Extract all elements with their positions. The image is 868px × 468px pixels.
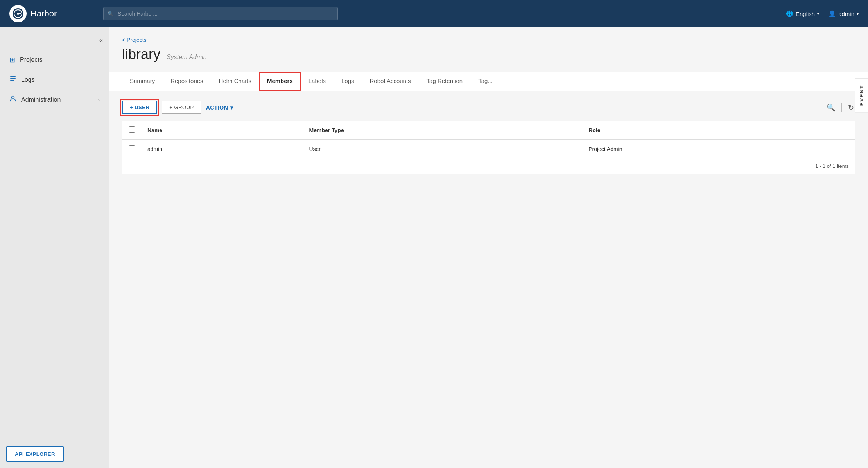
sidebar-item-label: Logs [21, 76, 35, 83]
tab-robot-accounts[interactable]: Robot Accounts [362, 72, 419, 91]
search-input[interactable] [103, 7, 338, 20]
user-name: admin [838, 11, 854, 17]
user-icon: 👤 [829, 10, 836, 17]
api-explorer-button[interactable]: API EXPLORER [6, 446, 64, 462]
user-menu[interactable]: 👤 admin ▾ [829, 10, 859, 17]
projects-icon: ⊞ [9, 56, 15, 64]
sidebar-item-label: Administration [21, 96, 61, 103]
language-selector[interactable]: 🌐 English ▾ [786, 10, 819, 17]
svg-rect-5 [10, 80, 14, 81]
member-name: admin [141, 140, 303, 158]
main-content: < Projects library System Admin Summary … [109, 27, 868, 468]
tab-labels[interactable]: Labels [301, 72, 334, 91]
sidebar-collapse-section: « [0, 34, 109, 50]
chevron-down-icon: ▾ [857, 12, 859, 16]
members-table: Name Member Type Role admin User Project… [122, 121, 855, 158]
page-title-row: library System Admin [122, 46, 855, 63]
app-logo[interactable]: Harbor [9, 5, 88, 22]
search-button[interactable]: 🔍 [825, 102, 837, 113]
sidebar-item-administration[interactable]: Administration › [0, 90, 109, 110]
logs-icon [9, 75, 16, 84]
breadcrumb[interactable]: < Projects [122, 37, 855, 43]
member-role: Project Admin [582, 140, 855, 158]
add-group-button[interactable]: + GROUP [162, 101, 201, 114]
table-header-row: Name Member Type Role [122, 121, 855, 140]
collapse-sidebar-button[interactable]: « [99, 37, 103, 44]
administration-icon [9, 95, 16, 104]
sidebar-bottom: API EXPLORER [0, 440, 109, 468]
app-name: Harbor [30, 9, 57, 19]
sidebar-item-label: Projects [20, 56, 43, 63]
sidebar-item-logs[interactable]: Logs [0, 70, 109, 90]
svg-rect-4 [10, 78, 16, 79]
globe-icon: 🌐 [786, 10, 793, 17]
tab-repositories[interactable]: Repositories [163, 72, 211, 91]
expand-arrow-icon: › [98, 97, 100, 103]
table-pagination: 1 - 1 of 1 items [122, 158, 855, 174]
col-member-type: Member Type [303, 121, 583, 140]
pagination-text: 1 - 1 of 1 items [815, 163, 849, 169]
tab-tag-retention[interactable]: Tag Retention [419, 72, 471, 91]
page-title: library [122, 46, 160, 63]
refresh-button[interactable]: ↻ [846, 102, 855, 113]
member-type: User [303, 140, 583, 158]
header-right: 🌐 English ▾ 👤 admin ▾ [786, 10, 859, 17]
row-checkbox-cell [122, 140, 141, 158]
svg-rect-3 [10, 76, 16, 77]
logo-icon [9, 5, 27, 22]
tab-tag-immutability[interactable]: Tag... [470, 72, 500, 91]
sidebar: « ⊞ Projects Logs Administration › API E… [0, 27, 109, 468]
action-bar-right: 🔍 ↻ [825, 102, 855, 113]
language-label: English [796, 11, 815, 17]
tab-logs[interactable]: Logs [334, 72, 362, 91]
action-dropdown-button[interactable]: ACTION ▾ [206, 104, 233, 111]
row-checkbox[interactable] [129, 145, 135, 151]
divider [841, 103, 842, 112]
tab-helm-charts[interactable]: Helm Charts [211, 72, 259, 91]
search-container: 🔍 [103, 7, 338, 20]
tab-bar: Summary Repositories Helm Charts Members… [109, 72, 868, 91]
tab-members[interactable]: Members [259, 72, 301, 91]
search-icon: 🔍 [107, 11, 114, 17]
table-row: admin User Project Admin [122, 140, 855, 158]
action-label: ACTION [206, 104, 228, 111]
chevron-down-icon: ▾ [817, 12, 819, 16]
page-subtitle: System Admin [167, 54, 207, 61]
action-bar: + USER + GROUP ACTION ▾ 🔍 ↻ [122, 101, 855, 114]
event-panel-tab[interactable]: EVENT [855, 78, 868, 112]
select-all-checkbox[interactable] [129, 126, 135, 133]
svg-point-6 [12, 96, 14, 99]
chevron-down-icon: ▾ [230, 104, 233, 111]
add-user-button[interactable]: + USER [122, 101, 157, 114]
col-role: Role [582, 121, 855, 140]
svg-point-2 [17, 13, 19, 15]
col-name: Name [141, 121, 303, 140]
top-navbar: Harbor 🔍 🌐 English ▾ 👤 admin ▾ [0, 0, 868, 27]
select-all-cell [122, 121, 141, 140]
tab-summary[interactable]: Summary [122, 72, 163, 91]
sidebar-item-projects[interactable]: ⊞ Projects [0, 50, 109, 70]
members-table-container: Name Member Type Role admin User Project… [122, 121, 855, 174]
